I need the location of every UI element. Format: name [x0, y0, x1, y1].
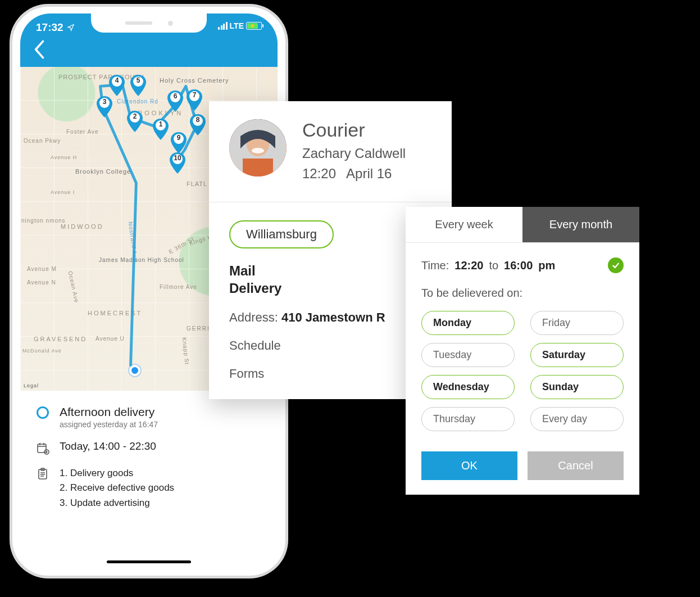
schedule-tabs: Every week Every month — [406, 207, 639, 243]
courier-name: Zachary Caldwell — [302, 146, 406, 161]
map-label: MIDWOOD — [61, 223, 104, 230]
current-location-dot — [129, 365, 140, 376]
avatar — [229, 119, 287, 177]
day-pill-thursday[interactable]: Thursday — [421, 407, 515, 431]
map-label: Ocean Pkwy — [24, 138, 61, 144]
day-pill-sunday[interactable]: Sunday — [530, 375, 624, 399]
map-marker[interactable]: 8 — [190, 114, 206, 135]
day-grid: MondayFridayTuesdaySaturdayWednesdaySund… — [421, 311, 624, 431]
address-line: Address: 410 Jamestown R — [229, 310, 431, 325]
day-pill-monday[interactable]: Monday — [421, 311, 515, 335]
map-label: Avenue N — [27, 279, 56, 286]
phone-notch — [91, 13, 207, 33]
map-label: GRAVESEND — [34, 336, 87, 342]
tab-every-month[interactable]: Every month — [522, 207, 639, 242]
map-label: Legal — [24, 383, 39, 388]
map-label: Avenue I — [51, 189, 75, 195]
map-label: Fillmore Ave — [160, 284, 197, 290]
map-marker[interactable]: 4 — [109, 75, 125, 96]
cancel-button[interactable]: Cancel — [528, 451, 624, 480]
back-button[interactable] — [34, 39, 46, 62]
map-label: McDonald Ave — [22, 348, 62, 354]
radio-icon[interactable] — [37, 406, 49, 419]
map-label: Holy Cross Cemetery — [160, 77, 229, 84]
courier-role: Courier — [302, 119, 406, 141]
task-assigned: assigned yesterday at 16:47 — [60, 420, 158, 429]
map-marker[interactable]: 2 — [127, 111, 143, 132]
time-row: Time: 12:20 to 16:00 pm — [421, 257, 624, 273]
network-label: LTE — [230, 21, 244, 30]
day-pill-tuesday[interactable]: Tuesday — [421, 343, 515, 367]
map-label: James Madison High School — [99, 257, 184, 263]
map-label: Avenue M — [27, 266, 57, 272]
signal-icon — [218, 22, 228, 30]
map-marker[interactable]: 3 — [97, 96, 112, 117]
district-pill[interactable]: Williamsburg — [229, 220, 334, 248]
day-pill-every-day[interactable]: Every day — [530, 407, 624, 431]
map-label: Brooklyn College — [75, 168, 131, 175]
battery-icon: ⚡ — [246, 22, 262, 30]
clipboard-icon — [36, 467, 49, 481]
status-time: 17:32 — [36, 21, 63, 34]
courier-timestamp: 12:20April 16 — [302, 166, 406, 182]
svg-rect-22 — [243, 159, 273, 177]
map-label: FLATL — [187, 180, 207, 187]
svg-point-23 — [252, 148, 264, 153]
map-label: nington nmons — [21, 218, 66, 224]
map-marker[interactable]: 5 — [130, 75, 146, 96]
location-arrow-icon — [67, 24, 75, 31]
tab-every-week[interactable]: Every week — [406, 207, 522, 242]
calendar-icon — [36, 441, 49, 455]
day-pill-saturday[interactable]: Saturday — [530, 343, 624, 367]
map-label: HOMECREST — [88, 310, 142, 316]
map-marker[interactable]: 1 — [153, 119, 169, 140]
map-marker[interactable]: 7 — [187, 89, 202, 111]
task-schedule: Today, 14:00 - 22:30 — [60, 440, 156, 453]
check-icon — [608, 257, 624, 273]
map-marker[interactable]: 6 — [167, 91, 183, 112]
day-pill-wednesday[interactable]: Wednesday — [421, 375, 515, 399]
schedule-link[interactable]: Schedule — [229, 338, 431, 353]
map-label: Foster Ave — [66, 129, 99, 135]
day-pill-friday[interactable]: Friday — [530, 311, 624, 335]
task-items: 1. Delivery goods 2. Receive defective g… — [60, 466, 174, 510]
schedule-card: Every week Every month Time: 12:20 to 16… — [406, 207, 639, 495]
forms-link[interactable]: Forms — [229, 367, 431, 381]
service-type: Mail Delivery — [229, 262, 431, 297]
map-label: Avenue H — [51, 155, 77, 160]
task-panel: Afternoon delivery assigned yesterday at… — [20, 391, 278, 536]
delivery-prompt: To be delievered on: — [421, 287, 624, 300]
map-label: Avenue U — [96, 336, 125, 342]
ok-button[interactable]: OK — [421, 451, 517, 480]
home-indicator[interactable] — [107, 560, 191, 564]
map-marker[interactable]: 9 — [171, 132, 187, 153]
map-marker[interactable]: 10 — [170, 152, 185, 174]
task-title: Afternoon delivery — [60, 405, 158, 419]
map-label: Clarendon Rd — [117, 98, 158, 105]
